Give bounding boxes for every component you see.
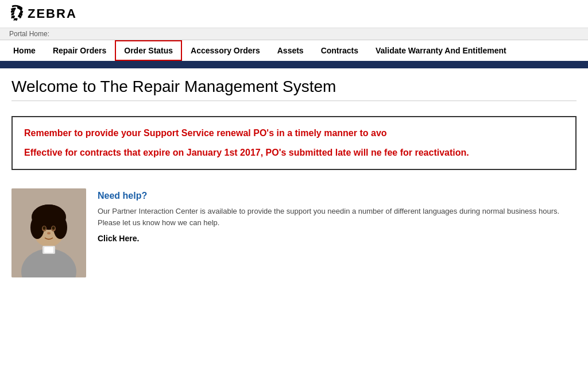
help-title: Need help?	[98, 191, 577, 201]
nav-item-assets[interactable]: Assets	[269, 41, 312, 60]
nav-item-validate-warranty[interactable]: Validate Warranty And Entitlement	[367, 41, 515, 60]
notice-box: Remember to provide your Support Service…	[11, 116, 577, 170]
breadcrumb: Portal Home:	[0, 28, 588, 40]
help-section: Need help? Our Partner Interaction Cente…	[0, 179, 588, 287]
click-here-link[interactable]: Click Here.	[98, 234, 577, 243]
svg-point-7	[34, 204, 64, 223]
help-body: Our Partner Interaction Center is availa…	[98, 206, 577, 228]
svg-point-12	[47, 232, 51, 234]
nav-item-accessory-orders[interactable]: Accessory Orders	[182, 41, 269, 60]
logo-area: ZEBRA	[9, 5, 77, 23]
notice-line2: Effective for contracts that expire on J…	[24, 146, 564, 160]
welcome-title: Welcome to The Repair Management System	[11, 78, 577, 101]
nav-item-order-status[interactable]: Order Status	[115, 40, 182, 61]
nav-item-contracts[interactable]: Contracts	[312, 41, 367, 60]
zebra-logo-icon	[9, 5, 25, 23]
nav-item-home[interactable]: Home	[5, 41, 44, 60]
help-image	[11, 188, 86, 277]
logo-text: ZEBRA	[28, 6, 77, 21]
nav-bar: Home Repair Orders Order Status Accessor…	[0, 40, 588, 63]
svg-point-11	[52, 226, 55, 230]
welcome-section: Welcome to The Repair Management System	[0, 68, 588, 107]
breadcrumb-label: Portal Home:	[9, 30, 49, 38]
nav-item-repair-orders[interactable]: Repair Orders	[44, 41, 115, 60]
notice-line1: Remember to provide your Support Service…	[24, 126, 564, 140]
header: ZEBRA	[0, 0, 588, 28]
svg-rect-14	[44, 247, 53, 253]
svg-point-10	[43, 226, 46, 230]
dark-bar	[0, 63, 588, 68]
help-content: Need help? Our Partner Interaction Cente…	[98, 188, 577, 243]
